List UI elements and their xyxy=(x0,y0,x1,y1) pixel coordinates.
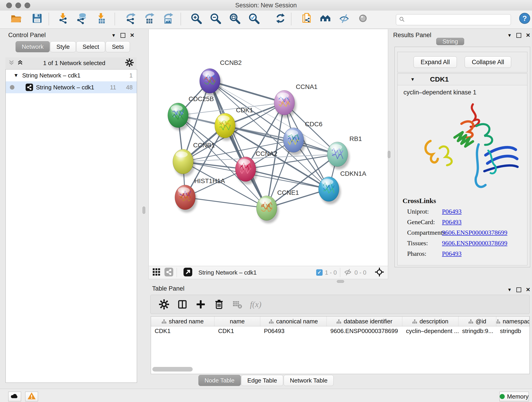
selected-checkbox-icon[interactable]: ✓ xyxy=(316,269,323,276)
open-session-button[interactable] xyxy=(9,12,23,26)
crosslink-link[interactable]: P06493 xyxy=(442,218,462,226)
column-header-name[interactable]: name xyxy=(215,317,260,326)
panel-float-icon[interactable] xyxy=(120,33,125,38)
add-column-icon[interactable] xyxy=(195,299,206,310)
horizontal-scrollbar[interactable] xyxy=(152,367,193,371)
panel-close-icon[interactable]: ✕ xyxy=(526,32,530,38)
zoom-out-button[interactable] xyxy=(209,12,222,26)
panel-float-icon[interactable] xyxy=(516,287,521,292)
warnings-button[interactable] xyxy=(25,392,38,401)
toolbar-separator xyxy=(49,13,49,25)
panel-close-icon[interactable]: ✕ xyxy=(130,32,134,38)
column-header-canonical-name[interactable]: canonical name xyxy=(260,317,327,326)
collection-count: 1 xyxy=(129,72,133,79)
expand-all-chevron-icon[interactable] xyxy=(17,59,23,67)
network-status-dot-icon xyxy=(10,85,14,89)
table-cell[interactable]: CDK1 xyxy=(151,327,215,335)
zoom-fit-button[interactable] xyxy=(228,12,241,26)
cloud-button[interactable] xyxy=(8,392,21,401)
node-table-header[interactable]: shared namenamecanonical namedatabase id… xyxy=(151,317,530,326)
crosslink-link[interactable]: P06493 xyxy=(442,250,462,257)
delete-column-icon[interactable] xyxy=(213,299,225,310)
network-canvas[interactable]: CCNB2CCNA1CDC25BCDK1CDC6RB1CCNB1CCNA2CDK… xyxy=(148,29,388,266)
function-builder-button[interactable]: f(x) xyxy=(250,300,261,309)
hide-selected-button[interactable] xyxy=(337,12,351,26)
string-network-graph[interactable]: CCNB2CCNA1CDC25BCDK1CDC6RB1CCNB1CCNA2CDK… xyxy=(149,29,388,266)
tab-network[interactable]: Network xyxy=(16,41,50,52)
tree-expand-icon[interactable]: ▼ xyxy=(13,72,19,78)
detach-view-icon[interactable] xyxy=(183,268,192,278)
network-row-selected[interactable]: String Network – cdk1 11 48 xyxy=(6,81,137,93)
export-table-button[interactable] xyxy=(143,12,156,26)
export-network-button[interactable] xyxy=(124,12,138,26)
column-header-database-identifier[interactable]: database identifier xyxy=(327,317,402,326)
network-options-gear-icon[interactable] xyxy=(125,58,134,68)
panel-collapse-icon[interactable]: ▼ xyxy=(111,33,116,38)
column-header-shared-name[interactable]: shared name xyxy=(151,317,215,326)
table-cell[interactable]: stringdb:9... xyxy=(458,327,496,335)
table-cell[interactable]: stringdb xyxy=(496,327,530,335)
show-columns-icon[interactable] xyxy=(177,299,188,310)
fit-selection-crosshair-icon[interactable] xyxy=(375,267,384,278)
results-panel-title: Results Panel xyxy=(393,32,431,39)
table-cell[interactable]: cyclin–dependent ... xyxy=(402,327,458,335)
collapse-all-button[interactable]: Collapse All xyxy=(465,56,511,68)
crosslink-link[interactable]: P06493 xyxy=(442,208,462,215)
import-table-button[interactable] xyxy=(94,12,108,26)
crosslink-link[interactable]: 9606.ENSP00000378699 xyxy=(442,240,507,247)
gene-section-header[interactable]: ▼ CDK1 xyxy=(398,74,527,85)
search-input[interactable] xyxy=(407,15,511,25)
show-all-button[interactable] xyxy=(356,12,370,26)
panel-close-icon[interactable]: ✕ xyxy=(526,287,530,293)
zoom-selected-button[interactable] xyxy=(247,12,261,26)
table-cell[interactable]: 9606.ENSP00000378699 xyxy=(327,327,402,335)
show-grid-icon[interactable] xyxy=(152,268,161,278)
crosslinks-block: CrossLinks Uniprot:P06493GeneCard:P06493… xyxy=(403,197,527,257)
right-splitter-handle[interactable] xyxy=(388,151,390,158)
column-header-description[interactable]: description xyxy=(402,317,458,326)
left-splitter-handle[interactable] xyxy=(143,206,145,214)
first-neighbors-button[interactable] xyxy=(318,12,332,26)
expand-all-button[interactable]: Expand All xyxy=(413,56,457,68)
hidden-eye-icon[interactable] xyxy=(343,268,352,277)
node-table[interactable]: shared namenamecanonical namedatabase id… xyxy=(151,316,530,374)
panel-collapse-icon[interactable]: ▼ xyxy=(507,33,512,38)
panel-collapse-icon[interactable]: ▼ xyxy=(507,287,512,293)
memory-label: Memory xyxy=(507,393,529,400)
tab-style[interactable]: Style xyxy=(50,41,76,52)
tab-edge-table[interactable]: Edge Table xyxy=(241,375,283,386)
zoom-in-button[interactable] xyxy=(189,12,203,26)
apply-layout-button[interactable] xyxy=(273,12,287,26)
collapse-all-chevron-icon[interactable] xyxy=(8,59,15,67)
table-options-gear-icon[interactable] xyxy=(158,299,170,310)
import-network-button[interactable] xyxy=(56,12,70,26)
tab-network-table[interactable]: Network Table xyxy=(284,375,334,386)
export-image-button[interactable] xyxy=(161,12,175,26)
horizontal-splitter-handle[interactable] xyxy=(337,280,344,283)
column-header-@id[interactable]: @id xyxy=(458,317,496,326)
tab-node-table[interactable]: Node Table xyxy=(198,375,241,386)
new-network-from-selection-button[interactable] xyxy=(300,12,313,26)
crosslink-link[interactable]: 9606.ENSP00000378699 xyxy=(442,229,507,236)
tab-sets[interactable]: Sets xyxy=(106,41,130,52)
table-cell[interactable]: P06493 xyxy=(260,327,327,335)
panel-float-icon[interactable] xyxy=(516,33,521,38)
node-count: 11 xyxy=(110,84,116,91)
delete-table-icon[interactable] xyxy=(232,299,243,310)
column-header-namespac[interactable]: namespac xyxy=(496,317,530,326)
eye-slash-icon xyxy=(338,12,350,25)
toolbar-separator xyxy=(114,13,115,25)
tab-select[interactable]: Select xyxy=(76,41,105,52)
section-collapse-icon[interactable]: ▼ xyxy=(410,77,415,82)
memory-button[interactable]: Memory xyxy=(500,392,529,401)
network-badge-icon[interactable] xyxy=(164,268,173,278)
table-row[interactable]: CDK1CDK1P064939606.ENSP00000378699cyclin… xyxy=(151,326,530,336)
help-button[interactable]: ? xyxy=(518,12,532,26)
hierarchy-icon xyxy=(468,319,473,324)
status-bar: Memory xyxy=(0,389,532,402)
table-cell[interactable]: CDK1 xyxy=(215,327,260,335)
save-session-button[interactable] xyxy=(30,12,44,26)
import-database-button[interactable] xyxy=(75,12,89,26)
network-collection-row[interactable]: ▼ String Network – cdk1 1 xyxy=(6,70,137,81)
results-panel-tab-string[interactable]: String xyxy=(436,36,464,47)
